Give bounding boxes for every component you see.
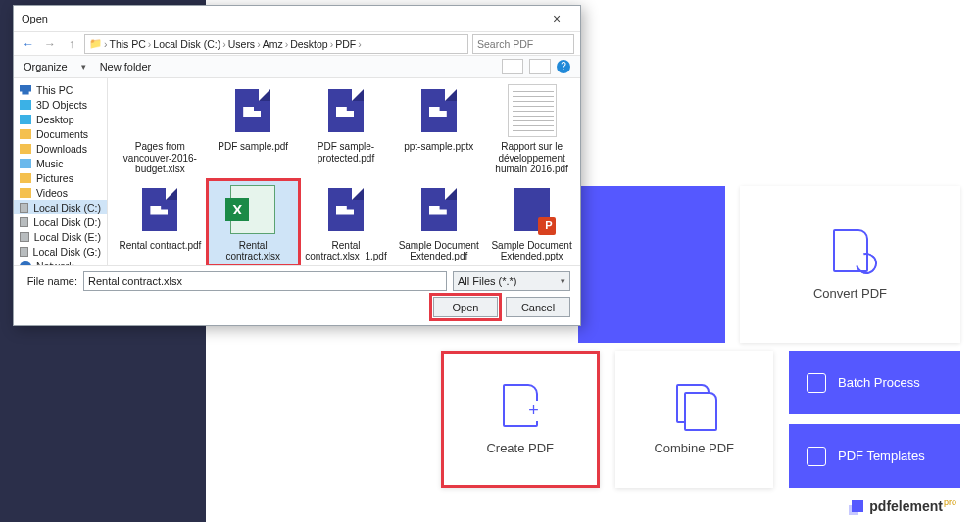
folder-icon: [20, 173, 31, 183]
dialog-title: Open: [22, 13, 48, 24]
folder-icon: [20, 232, 29, 242]
folder-icon: [20, 203, 28, 213]
tree-item[interactable]: Local Disk (G:): [14, 244, 107, 259]
organize-menu[interactable]: Organize: [24, 61, 68, 72]
filename-label: File name:: [24, 275, 77, 287]
batch-label: Batch Process: [838, 375, 920, 390]
file-item[interactable]: Sample Document Extended.pptx: [485, 179, 578, 266]
create-icon: [503, 384, 538, 427]
view-mode-button[interactable]: [502, 59, 523, 74]
combine-label: Combine PDF: [654, 441, 734, 455]
breadcrumb-part[interactable]: PDF: [335, 38, 356, 50]
folder-icon: [20, 115, 31, 124]
brand-logo: pdfelementpro: [852, 498, 956, 514]
breadcrumb[interactable]: 📁›This PC›Local Disk (C:)›Users›Amz›Desk…: [84, 34, 468, 54]
tree-item[interactable]: Local Disk (E:): [14, 229, 107, 244]
combine-icon: [676, 384, 711, 427]
file-item[interactable]: Rental contract.xlsx: [207, 179, 300, 266]
open-button[interactable]: Open: [433, 297, 498, 317]
search-placeholder: Search PDF: [477, 38, 533, 50]
file-thumb: [328, 188, 364, 231]
file-item[interactable]: Rental contract.xlsx_1.pdf: [300, 179, 393, 266]
breadcrumb-part[interactable]: Local Disk (C:): [153, 38, 220, 50]
tree-item[interactable]: Desktop: [14, 112, 107, 126]
file-name: Rental contract.pdf: [119, 240, 201, 252]
folder-icon: [20, 129, 31, 139]
nav-forward-button[interactable]: →: [41, 37, 59, 51]
tree-item[interactable]: Music: [14, 156, 107, 170]
file-name: PDF sample.pdf: [218, 141, 288, 153]
tree-item[interactable]: Downloads: [14, 141, 107, 156]
file-name: Rental contract.xlsx_1.pdf: [304, 240, 388, 262]
breadcrumb-part[interactable]: Desktop: [290, 38, 328, 50]
breadcrumb-part[interactable]: This PC: [110, 38, 146, 50]
file-item[interactable]: PDF sample-protected.pdf: [300, 80, 393, 179]
app-accent-block: [578, 186, 725, 343]
file-item[interactable]: Rental contract.pdf: [114, 179, 207, 266]
dialog-titlebar: Open ×: [14, 6, 580, 31]
new-folder-button[interactable]: New folder: [100, 61, 152, 72]
file-thumb: [328, 89, 364, 132]
file-thumb: [421, 188, 457, 231]
open-dialog: Open × ← → ↑ 📁›This PC›Local Disk (C:)›U…: [13, 5, 581, 326]
file-thumb: [235, 89, 270, 132]
folder-icon: [20, 100, 31, 110]
close-button[interactable]: ×: [541, 11, 572, 26]
folder-icon: [20, 188, 31, 198]
file-grid: Pages from vancouver-2016-budget.xlsxPDF…: [108, 78, 580, 265]
templates-label: PDF Templates: [838, 449, 925, 463]
file-thumb: [421, 89, 457, 132]
file-thumb: [508, 84, 557, 137]
file-name: Rapport sur le développement humain 2016…: [490, 141, 574, 175]
nav-back-button[interactable]: ←: [20, 37, 37, 51]
tree-item[interactable]: Network: [14, 259, 107, 265]
file-name: ppt-sample.pptx: [404, 141, 473, 153]
file-name: Pages from vancouver-2016-budget.xlsx: [118, 141, 202, 175]
brand-icon: [852, 500, 863, 512]
tree-item[interactable]: Videos: [14, 185, 107, 200]
folder-icon: [20, 217, 28, 227]
pdf-templates-tile[interactable]: PDF Templates: [789, 424, 960, 488]
file-name: Sample Document Extended.pdf: [397, 240, 481, 262]
filename-input[interactable]: Rental contract.xlsx: [83, 271, 447, 291]
cancel-button[interactable]: Cancel: [506, 297, 570, 317]
batch-icon: [807, 373, 826, 393]
templates-icon: [807, 447, 826, 466]
nav-up-button[interactable]: ↑: [63, 37, 80, 51]
tree-item[interactable]: Local Disk (C:): [14, 200, 107, 214]
tree-item[interactable]: This PC: [14, 82, 107, 97]
search-input[interactable]: Search PDF: [472, 34, 574, 54]
file-type-filter[interactable]: All Files (*.*)▾: [453, 271, 570, 291]
file-item[interactable]: Pages from vancouver-2016-budget.xlsx: [114, 80, 207, 179]
file-item[interactable]: Sample Document Extended.pdf: [392, 179, 485, 266]
file-name: Rental contract.xlsx: [211, 240, 295, 262]
batch-process-tile[interactable]: Batch Process: [789, 351, 960, 414]
file-thumb: [230, 185, 275, 234]
file-name: PDF sample-protected.pdf: [304, 141, 388, 164]
tree-item[interactable]: Local Disk (D:): [14, 214, 107, 229]
file-thumb: [142, 188, 177, 231]
file-thumb: [514, 188, 550, 231]
convert-icon: [833, 229, 868, 272]
combine-pdf-tile[interactable]: Combine PDF: [615, 351, 774, 488]
file-item[interactable]: ppt-sample.pptx: [392, 80, 485, 179]
preview-pane-button[interactable]: [529, 59, 551, 74]
create-pdf-tile[interactable]: Create PDF: [441, 351, 600, 488]
file-name: Sample Document Extended.pptx: [490, 240, 574, 262]
folder-tree: This PC3D ObjectsDesktopDocumentsDownloa…: [14, 78, 108, 265]
folder-icon: [20, 159, 31, 168]
tree-item[interactable]: Documents: [14, 126, 107, 141]
tree-item[interactable]: 3D Objects: [14, 97, 107, 112]
help-button[interactable]: ?: [557, 60, 570, 73]
convert-pdf-tile[interactable]: Convert PDF: [740, 186, 960, 343]
breadcrumb-part[interactable]: Amz: [263, 38, 283, 50]
folder-icon: [20, 85, 31, 95]
file-item[interactable]: PDF sample.pdf: [207, 80, 300, 179]
breadcrumb-part[interactable]: Users: [228, 38, 255, 50]
convert-label: Convert PDF: [813, 286, 887, 301]
create-label: Create PDF: [486, 441, 554, 455]
folder-icon: [20, 247, 28, 257]
tree-item[interactable]: Pictures: [14, 170, 107, 185]
file-item[interactable]: Rapport sur le développement humain 2016…: [485, 80, 578, 179]
folder-icon: [20, 144, 31, 154]
